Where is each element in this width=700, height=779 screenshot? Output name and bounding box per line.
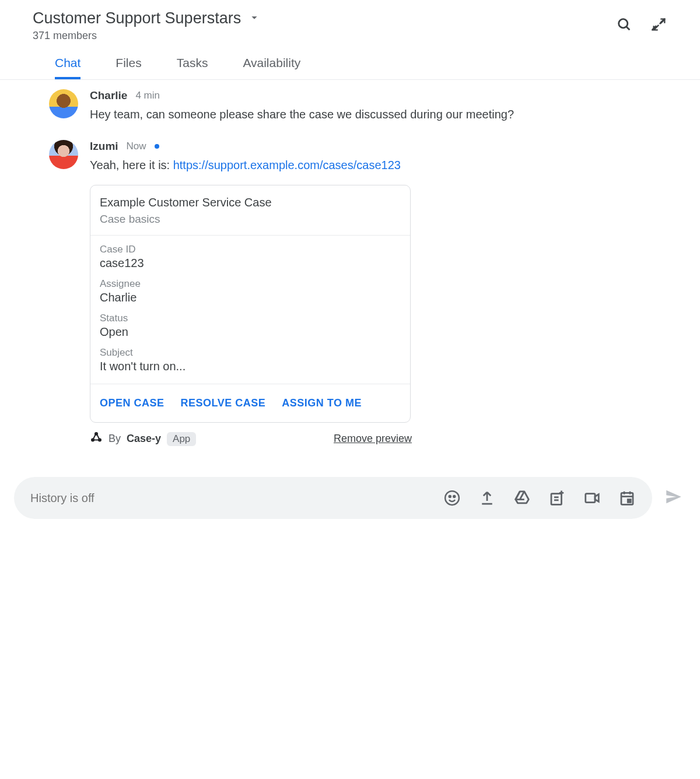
tab-tasks[interactable]: Tasks [177,56,208,79]
calendar-icon[interactable] [618,489,636,507]
message-text-prefix: Yeah, here it is: [90,159,173,171]
preview-card: Example Customer Service Case Case basic… [90,185,411,423]
svg-rect-10 [551,494,562,505]
drive-icon[interactable] [513,489,531,507]
field-value: It won't turn on... [100,360,401,373]
message: Izumi Now Yeah, here it is: https://supp… [49,140,667,447]
message-time: Now [127,141,146,152]
svg-marker-3 [653,24,660,31]
field-label: Subject [100,347,401,359]
member-count: 371 members [33,30,616,42]
open-case-button[interactable]: OPEN CASE [100,397,164,409]
collapse-icon[interactable] [651,16,667,33]
field-value: Charlie [100,291,401,304]
space-title: Customer Support Superstars [33,9,241,27]
message: Charlie 4 min Hey team, can someone plea… [49,89,667,124]
card-field-status: Status Open [100,313,401,339]
avatar[interactable] [49,140,78,169]
remove-preview-link[interactable]: Remove preview [334,433,412,445]
svg-rect-20 [628,500,631,503]
message-link[interactable]: https://support.example.com/cases/case12… [173,159,401,171]
create-doc-icon[interactable] [548,489,566,507]
space-header: Customer Support Superstars 371 members … [0,0,700,80]
send-icon[interactable] [664,487,684,509]
assign-to-me-button[interactable]: ASSIGN TO ME [282,397,362,409]
search-icon[interactable] [616,16,632,33]
field-label: Status [100,313,401,324]
card-field-case-id: Case ID case123 [100,244,401,270]
message-text: Yeah, here it is: https://support.exampl… [90,156,667,174]
app-badge: App [167,432,196,446]
card-field-assignee: Assignee Charlie [100,278,401,304]
message-text: Hey team, can someone please share the c… [90,106,667,124]
app-name: Case-y [127,433,161,445]
field-label: Case ID [100,244,401,255]
field-value: Open [100,325,401,339]
composer [14,477,652,519]
card-subtitle: Case basics [100,213,401,226]
message-list: Charlie 4 min Hey team, can someone plea… [0,80,700,477]
svg-point-7 [445,491,459,505]
video-icon[interactable] [583,489,601,507]
card-field-subject: Subject It won't turn on... [100,347,401,373]
card-attribution: By Case-y App Remove preview [90,431,412,447]
tabs: Chat Files Tasks Availability [33,56,672,79]
svg-line-1 [626,27,630,30]
resolve-case-button[interactable]: RESOLVE CASE [181,397,266,409]
emoji-icon[interactable] [443,489,461,507]
avatar[interactable] [49,89,78,118]
svg-marker-2 [659,19,666,25]
message-input[interactable] [30,492,426,505]
chevron-down-icon[interactable] [248,11,261,26]
tab-chat[interactable]: Chat [55,56,80,79]
field-label: Assignee [100,278,401,290]
upload-icon[interactable] [478,489,496,507]
message-author: Izumi [90,140,118,153]
svg-point-0 [619,19,628,28]
status-dot-icon [155,144,159,149]
field-value: case123 [100,257,401,270]
svg-point-5 [92,439,94,441]
message-time: 4 min [135,90,160,101]
svg-point-9 [453,496,455,497]
message-author: Charlie [90,89,127,102]
svg-rect-15 [586,494,595,503]
by-label: By [108,433,121,445]
svg-point-8 [449,496,451,497]
tab-availability[interactable]: Availability [243,56,300,79]
card-title: Example Customer Service Case [100,196,401,209]
svg-point-6 [99,439,101,441]
composer-row [0,477,700,531]
webhook-icon [90,431,103,447]
tab-files[interactable]: Files [116,56,141,79]
